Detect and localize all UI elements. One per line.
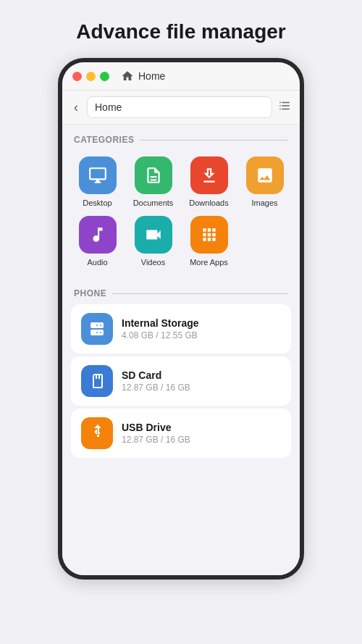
list-view-icon[interactable] xyxy=(278,99,291,115)
dot-red[interactable] xyxy=(72,72,82,81)
internal-storage-size: 4.08 GB / 12.55 GB xyxy=(122,330,199,340)
usb-size: 12.87 GB / 16 GB xyxy=(122,435,190,445)
internal-storage-name: Internal Storage xyxy=(122,317,199,329)
phone-header: PHONE xyxy=(62,278,300,304)
title-home-label: Home xyxy=(121,70,165,83)
sdcard-info: SD Card 12.87 GB / 16 GB xyxy=(122,369,190,393)
usb-name: USB Drive xyxy=(122,422,190,433)
category-grid: Desktop Documents Downloads xyxy=(62,151,300,278)
documents-label: Documents xyxy=(133,198,174,207)
videos-label: Videos xyxy=(141,258,165,267)
more-apps-label: More Apps xyxy=(190,258,228,267)
phone-frame: Home ‹ CATEGORIES Desktop xyxy=(58,58,304,580)
traffic-lights xyxy=(72,72,109,81)
internal-storage-info: Internal Storage 4.08 GB / 12.55 GB xyxy=(122,317,199,340)
audio-label: Audio xyxy=(87,258,107,267)
path-input[interactable] xyxy=(87,96,272,118)
home-icon xyxy=(121,70,134,83)
storage-internal[interactable]: Internal Storage 4.08 GB / 12.55 GB xyxy=(71,304,291,354)
videos-icon xyxy=(135,216,172,254)
sdcard-icon xyxy=(81,365,113,397)
dot-green[interactable] xyxy=(100,72,109,81)
storage-list: Internal Storage 4.08 GB / 12.55 GB SD C… xyxy=(62,304,300,458)
downloads-label: Downloads xyxy=(189,198,228,207)
category-videos[interactable]: Videos xyxy=(130,216,177,267)
sdcard-name: SD Card xyxy=(122,369,190,381)
documents-icon xyxy=(135,156,172,194)
back-button[interactable]: ‹ xyxy=(71,99,81,117)
category-more-apps[interactable]: More Apps xyxy=(185,216,232,267)
category-audio[interactable]: Audio xyxy=(74,216,121,267)
downloads-icon xyxy=(190,156,228,194)
dot-orange[interactable] xyxy=(86,72,96,81)
desktop-label: Desktop xyxy=(83,198,111,207)
content-area: CATEGORIES Desktop Documents xyxy=(62,125,300,575)
usb-icon xyxy=(81,417,113,449)
images-label: Images xyxy=(251,198,277,207)
categories-header: CATEGORIES xyxy=(62,125,300,151)
usb-info: USB Drive 12.87 GB / 16 GB xyxy=(122,422,190,445)
audio-icon xyxy=(79,216,117,254)
title-bar: Home xyxy=(62,62,300,91)
page-title: Advance file manager xyxy=(76,20,285,43)
category-images[interactable]: Images xyxy=(241,156,288,207)
category-documents[interactable]: Documents xyxy=(130,156,177,207)
storage-sdcard[interactable]: SD Card 12.87 GB / 16 GB xyxy=(71,356,291,406)
title-home-text: Home xyxy=(138,70,165,82)
images-icon xyxy=(246,156,284,194)
storage-usb[interactable]: USB Drive 12.87 GB / 16 GB xyxy=(71,409,291,458)
desktop-icon xyxy=(79,156,117,194)
nav-bar: ‹ xyxy=(62,91,300,125)
sdcard-size: 12.87 GB / 16 GB xyxy=(122,382,190,393)
category-desktop[interactable]: Desktop xyxy=(74,156,121,207)
internal-storage-icon xyxy=(81,313,113,345)
more-apps-icon xyxy=(190,216,228,254)
category-downloads[interactable]: Downloads xyxy=(185,156,232,207)
